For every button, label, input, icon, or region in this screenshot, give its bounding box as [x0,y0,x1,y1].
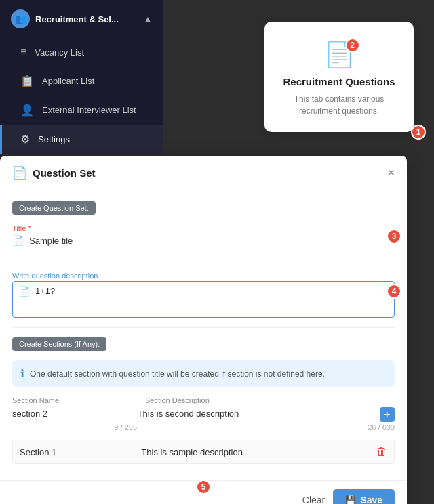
modal-title: Question Set [33,167,96,179]
badge-5: 5 [196,480,211,495]
title-input[interactable] [29,236,395,246]
badge-3: 3 [387,229,401,244]
section-add-button[interactable]: + [380,407,395,422]
badge-2: 2 [345,38,360,53]
settings-icon: ⚙ [20,133,30,146]
badge-4: 4 [387,284,401,299]
avatar-icon: 👥 [15,14,26,24]
section-name-count: 9 / 255 [12,423,137,432]
desc-textarea[interactable]: 1+1? [35,286,389,313]
divider-2 [12,327,395,328]
rq-card: 📄 2 Recruitment Questions This tab conta… [264,22,414,132]
modal-header-left: 📄 Question Set [12,165,96,180]
clear-button[interactable]: Clear [302,495,325,504]
rq-card-title: Recruitment Questions [278,76,400,87]
sidebar-item-vacancy-list[interactable]: ≡ Vacancy List [0,38,163,66]
create-sections-label: Create Sections (If Any): [12,337,106,351]
section-desc-count: 26 / 600 [145,423,395,432]
section-count-row: 9 / 255 26 / 600 [12,423,395,432]
existing-section-row: Section 1 This is sample description 🗑 [12,440,395,464]
info-text: One default section with question title … [30,369,325,379]
save-icon: 💾 [345,495,356,505]
existing-section-desc: This is sample description [141,447,368,457]
save-label: Save [360,495,382,504]
title-icon: 📄 [12,235,24,246]
external-interviewer-icon: 👤 [20,104,34,117]
sidebar: 👥 Recruitment & Sel... ▲ ≡ Vacancy List … [0,0,163,154]
create-question-set-label: Create Question Set: [12,201,96,215]
section-row-header: Section Name Section Description [12,396,395,404]
vacancy-list-icon: ≡ [20,46,26,58]
existing-section-delete-button[interactable]: 🗑 [376,446,387,458]
divider-1 [12,259,395,259]
modal-header-icon: 📄 [12,165,27,180]
sidebar-title: Recruitment & Sel... [35,14,119,24]
sidebar-item-label: External Interviewer List [42,105,136,115]
desc-hint: Write question description. [12,272,100,280]
section-name-col-label: Section Name [12,396,137,404]
info-alert: ℹ One default section with question titl… [12,360,395,387]
sidebar-item-applicant-list[interactable]: 📋 Applicant List [0,66,163,96]
existing-section-name: Section 1 [20,447,133,457]
section-desc-input[interactable] [138,408,372,421]
desc-form-group: Write question description. 📄 1+1? 4 [12,269,395,318]
save-button[interactable]: 💾 Save [333,489,395,504]
sidebar-item-label: Applicant List [42,76,94,86]
section-name-input[interactable] [12,408,130,421]
sidebar-item-settings[interactable]: ⚙ Settings [0,125,163,154]
title-form-group: Title * 📄 3 [12,224,395,249]
section-desc-col-label: Section Description [145,396,395,404]
desc-textarea-row: 📄 1+1? [12,281,395,318]
rq-card-desc: This tab contains various recruitment qu… [278,93,400,117]
sidebar-item-label: Vacancy List [35,47,84,58]
sidebar-avatar: 👥 [11,9,30,28]
info-icon: ℹ [20,367,24,380]
desc-icon: 📄 [18,286,30,297]
modal-close-button[interactable]: × [387,167,395,179]
sidebar-header-left: 👥 Recruitment & Sel... [11,9,119,28]
sidebar-item-external-interviewer[interactable]: 👤 External Interviewer List [0,96,163,125]
modal-footer: 5 Clear 💾 Save [0,480,407,504]
rq-icon-wrap: 📄 2 [324,41,355,69]
sidebar-header: 👥 Recruitment & Sel... ▲ [0,0,163,38]
modal-body: Create Question Set: Title * 📄 3 Write q… [0,190,407,480]
sidebar-item-label: Settings [38,134,70,144]
applicant-list-icon: 📋 [20,75,34,87]
section-input-row: + [12,407,395,422]
modal-header: 📄 Question Set × [0,156,407,190]
title-label: Title * [12,224,395,232]
question-set-modal: 📄 Question Set × Create Question Set: Ti… [0,156,407,504]
title-input-row: 📄 [12,235,395,249]
chevron-up-icon: ▲ [144,14,152,24]
